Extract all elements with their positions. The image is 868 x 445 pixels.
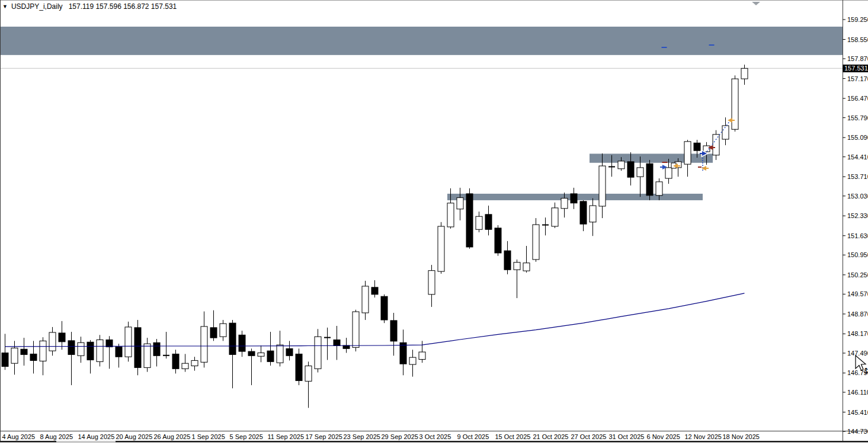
bull-candle	[732, 79, 738, 129]
price-axis-label[interactable]: 151.630	[847, 232, 868, 239]
bear-candle	[87, 342, 94, 360]
bear-candle	[286, 348, 293, 356]
bear-candle	[627, 162, 634, 177]
price-axis-label[interactable]: 150.950	[847, 251, 868, 258]
date-axis-label[interactable]: 26 Aug 2025	[154, 433, 191, 440]
bull-candle	[552, 208, 558, 226]
supply-zone-mid[interactable]	[590, 153, 713, 162]
bear-candle	[267, 351, 274, 361]
date-axis-label[interactable]: 15 Oct 2025	[495, 433, 531, 440]
price-axis-label[interactable]: 150.250	[847, 271, 868, 278]
bull-candle	[438, 226, 444, 271]
bear-candle	[485, 215, 492, 229]
bull-candle	[656, 182, 662, 196]
bull-candle	[362, 286, 369, 313]
trade-arrow-icon[interactable]	[728, 118, 732, 123]
date-axis-label[interactable]: 29 Sep 2025	[382, 433, 418, 440]
chart-shift-triangle-icon[interactable]	[752, 2, 760, 5]
bull-candle	[476, 216, 482, 229]
chart-window: ▼ USDJPY_i,Daily 157.119 157.596 156.872…	[0, 0, 868, 445]
date-axis-label[interactable]: 3 Oct 2025	[419, 433, 451, 440]
bull-candle	[182, 363, 188, 369]
date-axis-label[interactable]: 11 Sep 2025	[268, 433, 305, 440]
bear-candle	[390, 321, 397, 341]
date-axis-label[interactable]: 21 Oct 2025	[533, 433, 569, 440]
bull-candle	[419, 352, 425, 359]
price-axis-label[interactable]: 154.410	[847, 153, 868, 161]
price-axis-label[interactable]: 144.730	[847, 428, 868, 435]
mouse-cursor: ↕	[854, 354, 868, 376]
bear-candle	[694, 143, 700, 151]
bull-candle	[523, 263, 530, 271]
date-axis-label[interactable]: 27 Oct 2025	[571, 433, 607, 440]
chart-header: ▼ USDJPY_i,Daily 157.119 157.596 156.872…	[2, 2, 177, 11]
bull-candle	[741, 68, 748, 79]
date-axis-label[interactable]: 18 Nov 2025	[723, 433, 760, 440]
symbol-dropdown-icon[interactable]: ▼	[2, 3, 8, 10]
bear-candle	[68, 341, 75, 354]
price-axis-label[interactable]: 155.090	[847, 134, 868, 141]
bull-candle	[457, 198, 463, 209]
price-axis-label[interactable]: 157.870	[847, 55, 868, 62]
price-axis-label[interactable]: 153.710	[847, 173, 868, 180]
bull-candle	[561, 199, 568, 209]
window-bottom-border	[0, 441, 868, 443]
date-axis-label[interactable]: 8 Aug 2025	[40, 433, 73, 440]
symbol-timeframe-label: USDJPY_i,Daily	[11, 2, 63, 11]
price-axis-label[interactable]: 155.790	[847, 114, 868, 121]
current-price-label: 157.531	[843, 65, 868, 72]
trade-arrow-icon[interactable]	[702, 166, 706, 171]
price-axis-label[interactable]: 146.110	[847, 389, 868, 396]
date-axis-label[interactable]: 20 Aug 2025	[116, 433, 153, 440]
bull-candle	[353, 312, 359, 347]
bull-candle	[315, 337, 321, 369]
bull-candle	[49, 332, 56, 351]
price-axis-label[interactable]: 157.170	[847, 75, 868, 82]
date-axis-label[interactable]: 6 Nov 2025	[647, 433, 680, 440]
bull-candle	[277, 345, 283, 363]
bear-candle	[30, 354, 37, 360]
bear-candle	[210, 328, 217, 338]
price-axis-label[interactable]: 156.470	[847, 95, 868, 102]
bear-candle	[646, 164, 653, 196]
price-axis-label[interactable]: 149.570	[847, 290, 868, 297]
bear-candle	[334, 340, 340, 345]
date-axis-label[interactable]: 23 Sep 2025	[344, 433, 380, 440]
price-axis-label[interactable]: 148.170	[847, 330, 868, 337]
date-axis-label[interactable]: 12 Nov 2025	[685, 433, 722, 440]
price-axis-label[interactable]: 148.870	[847, 310, 868, 318]
bear-candle	[400, 342, 406, 364]
bear-candle	[381, 296, 387, 320]
bear-candle	[571, 194, 577, 203]
bull-candle	[599, 166, 606, 206]
price-axis-label[interactable]: 158.550	[847, 36, 868, 43]
bear-candle	[134, 328, 141, 367]
bear-candle	[2, 353, 8, 366]
bull-candle	[665, 168, 672, 178]
bear-candle	[153, 342, 160, 356]
price-axis-label[interactable]: 145.410	[847, 409, 868, 416]
date-axis-label[interactable]: 17 Sep 2025	[306, 433, 342, 440]
price-axis-label[interactable]: 153.030	[847, 193, 868, 200]
date-axis-label[interactable]: 1 Sep 2025	[192, 433, 225, 440]
bull-candle	[305, 366, 312, 381]
bear-candle	[59, 333, 65, 342]
price-axis-label[interactable]: 159.250	[847, 16, 868, 23]
date-axis-label[interactable]: 4 Aug 2025	[2, 433, 36, 440]
candlestick-chart-canvas[interactable]: 159.250158.550157.870157.170156.470155.7…	[0, 0, 868, 445]
bull-candle	[78, 342, 84, 356]
date-axis-label[interactable]: 5 Sep 2025	[230, 433, 263, 440]
bull-candle	[220, 324, 226, 337]
supply-zone-upper[interactable]	[0, 27, 843, 55]
date-axis-label[interactable]: 14 Aug 2025	[78, 433, 115, 440]
bull-candle	[125, 327, 132, 357]
price-axis-label[interactable]: 152.330	[847, 212, 868, 219]
bear-candle	[248, 351, 255, 356]
bull-candle	[11, 348, 18, 363]
date-axis-label[interactable]: 9 Oct 2025	[457, 433, 489, 440]
bull-candle	[637, 168, 643, 177]
ohlc-values: 157.119 157.596 156.872 157.531	[69, 2, 177, 11]
date-axis-label[interactable]: 31 Oct 2025	[609, 433, 645, 440]
bear-candle	[504, 251, 511, 270]
bottom-border-light-segment	[56, 441, 116, 443]
